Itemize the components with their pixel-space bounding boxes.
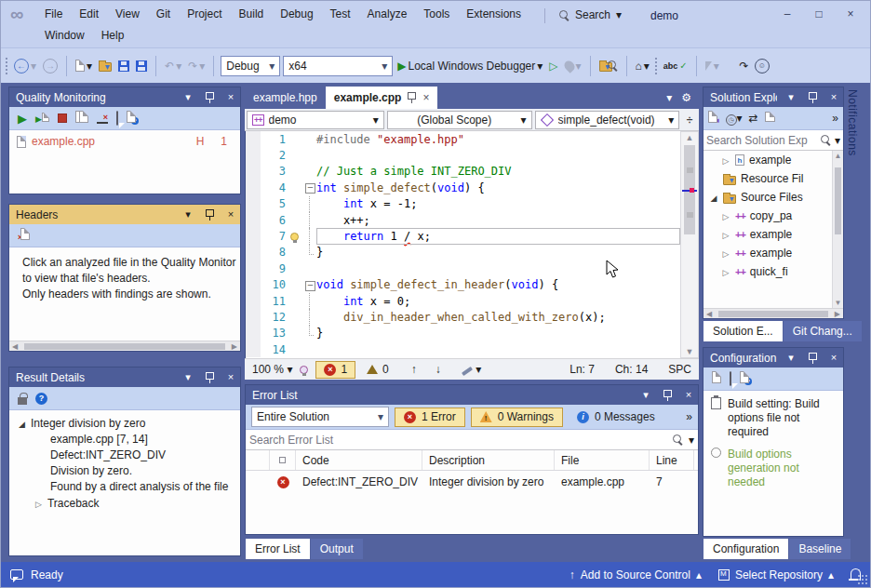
menu-item-tools[interactable]: Tools <box>415 4 458 24</box>
spell-checker-button[interactable]: abc✓ <box>662 54 690 78</box>
find-in-files-button[interactable] <box>597 54 620 78</box>
tab-list-dropdown-icon[interactable] <box>666 92 672 103</box>
collapsed-arrow-icon[interactable] <box>721 266 730 277</box>
run-analysis-icon[interactable] <box>18 113 27 125</box>
code-line[interactable]: 7 return 1 / x; <box>246 228 680 244</box>
fold-margin[interactable] <box>304 277 316 293</box>
result-detail-item[interactable]: Found by a direct analysis of the file <box>9 479 240 495</box>
feedback-bubble-icon[interactable] <box>10 569 23 580</box>
messages-filter-button[interactable]: 0 Messages <box>569 408 663 427</box>
code-line[interactable]: 8} <box>246 245 680 261</box>
solution-tree-scrollbar[interactable]: ▲▼ <box>832 151 843 308</box>
expanded-arrow-icon[interactable] <box>709 192 718 203</box>
error-count-badge[interactable]: 1 <box>315 361 355 379</box>
tab-baseline[interactable]: Baseline <box>789 539 851 559</box>
menu-item-build[interactable]: Build <box>231 4 273 24</box>
errors-filter-button[interactable]: 1 Error <box>395 408 465 427</box>
error-list-titlebar[interactable]: Error List <box>246 385 698 405</box>
help-icon[interactable] <box>35 393 47 405</box>
code-line[interactable]: 4int simple_defect(void) { <box>246 180 680 195</box>
scope-dropdown[interactable]: (Global Scope) <box>387 111 532 129</box>
start-without-debugging-button[interactable] <box>547 54 559 78</box>
breakpoint-margin[interactable] <box>246 228 261 244</box>
member-dropdown[interactable]: simple_defect(void) <box>535 111 680 129</box>
tree-item[interactable]: copy_pa <box>704 207 843 225</box>
breakpoint-margin[interactable] <box>246 309 261 325</box>
close-icon[interactable] <box>223 372 238 382</box>
navigate-forward-button[interactable] <box>41 54 60 78</box>
build-options-icon[interactable] <box>730 372 731 385</box>
hot-reload-button[interactable] <box>563 54 583 78</box>
solution-explorer-titlebar[interactable]: Solution Explo... <box>704 87 843 107</box>
close-button[interactable] <box>835 3 866 25</box>
zoom-dropdown[interactable]: 100 % <box>252 363 292 376</box>
select-repository-button[interactable]: Select Repository <box>718 568 834 581</box>
column-header-line[interactable]: Line <box>650 450 694 470</box>
toolbar-grip[interactable] <box>5 57 9 75</box>
solution-search-input[interactable] <box>706 134 821 147</box>
window-position-icon[interactable] <box>181 209 195 220</box>
solution-configuration-dropdown[interactable]: Debug <box>221 56 280 76</box>
result-detail-item[interactable]: Division by zero. <box>9 463 240 479</box>
severity-column-header[interactable] <box>270 450 296 470</box>
edit-build-settings-icon[interactable] <box>712 371 721 386</box>
menu-item-view[interactable]: View <box>107 4 148 24</box>
result-detail-item[interactable]: Defect:INT_ZERO_DIV <box>9 448 240 463</box>
code-line[interactable]: 5 int x = -1; <box>246 196 680 212</box>
run-file-analysis-icon[interactable] <box>35 112 49 125</box>
resize-grip[interactable] <box>857 574 868 585</box>
error-row[interactable]: Defect:INT_ZERO_DIVInteger division by z… <box>246 471 698 493</box>
error-list-search[interactable] <box>246 430 698 450</box>
tree-item[interactable]: example <box>704 151 843 169</box>
select-element-button[interactable] <box>704 54 721 78</box>
configuration-titlebar[interactable]: Configuration <box>704 348 843 368</box>
project-dropdown[interactable]: demo <box>247 111 384 129</box>
share-button[interactable] <box>737 54 750 78</box>
redo-button[interactable] <box>186 54 207 78</box>
collapse-all-icon[interactable] <box>765 112 775 125</box>
breakpoint-margin[interactable] <box>246 147 261 163</box>
next-issue-icon[interactable] <box>436 364 441 375</box>
code-line[interactable]: 13} <box>246 326 680 341</box>
minimize-button[interactable] <box>771 3 803 25</box>
tab-error-list[interactable]: Error List <box>246 539 310 559</box>
code-line[interactable]: 11 int x = 0; <box>246 293 680 309</box>
spaces-indicator[interactable]: SPC <box>668 363 691 376</box>
lightbulb-icon[interactable] <box>290 233 299 241</box>
send-feedback-button[interactable]: ☺ <box>753 54 771 78</box>
breakpoint-margin[interactable] <box>246 245 261 261</box>
menu-item-file[interactable]: File <box>36 4 71 24</box>
navigate-back-button[interactable] <box>12 54 38 78</box>
code-line[interactable]: 3// Just a simple INT_ZERO_DIV <box>246 164 680 180</box>
code-line[interactable]: 1#include "example.hpp" <box>246 131 680 147</box>
code-line[interactable]: 14 <box>246 341 680 357</box>
tree-item[interactable]: quick_fi <box>704 262 843 281</box>
tree-item[interactable]: Source Files <box>704 188 843 207</box>
tree-item[interactable]: example <box>704 244 843 262</box>
solution-platform-dropdown[interactable]: x64 <box>283 56 393 76</box>
collapsed-arrow-icon[interactable] <box>721 229 730 240</box>
collapsed-arrow-icon[interactable] <box>35 498 42 509</box>
result-root-node[interactable]: Integer division by zero <box>9 410 240 432</box>
code-line[interactable]: 6 x++; <box>246 212 680 228</box>
close-icon[interactable] <box>223 209 238 220</box>
tab-solution-explorer[interactable]: Solution E... <box>704 321 783 341</box>
gear-icon[interactable] <box>681 92 691 103</box>
pending-changes-filter-icon[interactable]: ◷ <box>726 112 743 126</box>
breakpoint-margin[interactable] <box>246 341 261 357</box>
add-to-source-control-button[interactable]: Add to Source Control <box>570 568 702 581</box>
breakpoint-margin[interactable] <box>246 261 261 276</box>
breakpoint-margin[interactable] <box>246 326 261 341</box>
breakpoint-margin[interactable] <box>246 196 261 212</box>
pin-icon[interactable] <box>805 353 820 364</box>
collapsed-arrow-icon[interactable] <box>721 210 730 221</box>
documentation-icon[interactable] <box>127 111 139 126</box>
solution-explorer-button[interactable] <box>634 54 651 78</box>
copy-results-icon[interactable] <box>75 111 88 126</box>
warnings-filter-button[interactable]: 0 Warnings <box>471 408 563 427</box>
breakpoint-margin[interactable] <box>246 212 261 228</box>
code-line[interactable]: 2 <box>246 147 680 163</box>
solution-explorer-search[interactable] <box>704 130 843 151</box>
split-window-icon[interactable]: ÷ <box>682 114 697 127</box>
traceback-node[interactable]: Traceback <box>9 495 240 512</box>
